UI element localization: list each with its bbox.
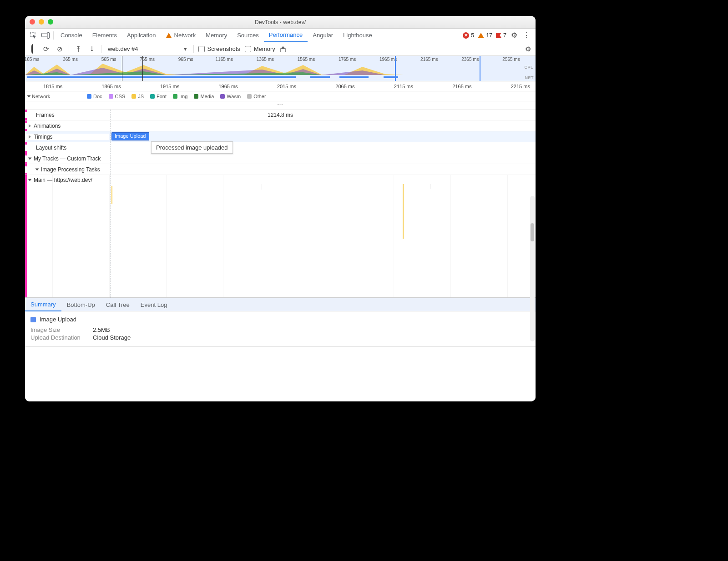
expand-icon[interactable] [29,124,31,128]
legend-item: Wasm [220,94,241,99]
upload-icon[interactable]: ⭱ [74,45,83,53]
reload-icon[interactable]: ⟳ [41,45,51,53]
main-thread-track[interactable]: Main — https://web.dev/ [25,175,536,298]
task-blip [430,184,430,189]
summary-panel: Image Upload Image Size 2.5MB Upload Des… [25,311,536,347]
empty-area [25,347,536,401]
memory-checkbox[interactable]: Memory [245,45,275,52]
layout-shifts-track[interactable]: Layout shifts [25,142,536,153]
animations-track[interactable]: Animations [25,120,536,131]
cpu-chart [25,62,517,75]
summary-title: Image Upload [30,316,530,323]
legend-item: Font [150,94,167,99]
window-maximize-icon[interactable] [48,19,53,25]
legend-item: Img [173,94,187,99]
detail-tab-call-tree[interactable]: Call Tree [101,298,135,311]
tooltip: Processed image uploaded [151,141,233,154]
net-label: NET [525,75,534,80]
record-button[interactable] [28,45,37,53]
chevron-down-icon: ▾ [184,45,187,52]
task-blip [111,186,112,204]
profile-select[interactable]: web.dev #4 ▾ [106,45,189,53]
clear-icon[interactable]: ⊘ [55,45,64,53]
frames-track[interactable]: Frames 1214.8 ms [25,110,536,120]
download-icon[interactable]: ⭳ [87,45,96,53]
detail-tabstrip: Summary Bottom-Up Call Tree Event Log [25,298,536,311]
collapsed-indicator[interactable]: ⋯ [25,101,536,110]
custom-track-sub[interactable]: Image Processing Tasks [25,164,536,175]
flamechart[interactable]: Frames 1214.8 ms Animations Timings Imag… [25,110,536,298]
collapse-icon[interactable] [28,157,32,160]
tab-lighthouse[interactable]: Lighthouse [338,29,377,42]
tab-memory[interactable]: Memory [201,29,232,42]
detail-tab-bottom-up[interactable]: Bottom-Up [61,298,101,311]
devtools-window: DevTools - web.dev/ Console Elements App… [25,16,536,401]
more-menu-icon[interactable]: ⋮ [520,31,533,40]
panel-tabstrip: Console Elements Application Network Mem… [25,29,536,42]
network-track-header[interactable]: Network DocCSSJSFontImgMediaWasmOther [25,91,536,101]
summary-row: Upload Destination Cloud Storage [30,334,530,341]
inspect-icon[interactable] [28,30,40,41]
tab-network[interactable]: Network [161,29,201,42]
summary-row: Image Size 2.5MB [30,326,530,333]
flags-badge[interactable]: 7 [496,32,506,39]
frame-duration: 1214.8 ms [268,112,293,118]
collect-garbage-icon[interactable] [280,46,289,52]
vertical-scrollbar[interactable] [530,196,535,341]
collapse-icon[interactable] [27,95,31,97]
status-badges: ✕5 17 7 [463,32,506,39]
timings-track[interactable]: Timings Image Upload Processed image upl… [25,131,536,142]
task-blip [262,184,262,190]
titlebar: DevTools - web.dev/ [25,16,536,29]
overview-marker [480,56,480,81]
screenshots-checkbox[interactable]: Screenshots [198,45,240,52]
scrollbar-thumb[interactable] [531,223,534,241]
errors-badge[interactable]: ✕5 [463,32,474,39]
perf-toolbar: ⟳ ⊘ ⭱ ⭳ web.dev #4 ▾ Screenshots Memory … [25,42,536,56]
legend-item: CSS [109,94,126,99]
window-close-icon[interactable] [30,19,35,25]
legend-item: Media [194,94,214,99]
overview-cursor [142,56,143,81]
expand-icon[interactable] [29,135,31,139]
detail-ruler[interactable]: 1815 ms1865 ms1915 ms1965 ms2015 ms2065 … [25,81,536,91]
cpu-overview[interactable]: 165 ms365 ms565 ms765 ms965 ms1165 ms136… [25,56,536,81]
warnings-badge[interactable]: 17 [478,32,492,39]
collapse-icon[interactable] [35,168,39,170]
task-blip [403,184,404,239]
window-minimize-icon[interactable] [39,19,44,25]
overview-cursor [122,56,122,81]
legend-item: Doc [87,94,102,99]
collapse-icon[interactable] [28,179,32,181]
net-overview-bars [27,76,515,78]
svg-rect-1 [42,33,47,37]
tab-elements[interactable]: Elements [87,29,122,42]
error-icon: ✕ [463,32,469,39]
cpu-label: CPU [524,65,534,70]
network-legend: DocCSSJSFontImgMediaWasmOther [87,94,266,99]
time-cursor [111,110,111,298]
device-toggle-icon[interactable] [40,30,51,41]
legend-item: JS [131,94,144,99]
tab-console[interactable]: Console [56,29,87,42]
color-swatch [30,317,36,322]
tab-sources[interactable]: Sources [232,29,264,42]
tab-application[interactable]: Application [122,29,161,42]
svg-rect-2 [47,32,50,38]
flag-icon [496,33,501,38]
timing-entry-image-upload[interactable]: Image Upload [111,132,149,140]
tab-performance[interactable]: Performance [264,29,308,42]
window-title: DevTools - web.dev/ [255,19,306,25]
overview-ticks: 165 ms365 ms565 ms765 ms965 ms1165 ms136… [25,57,536,62]
traffic-lights [30,19,53,25]
detail-tab-summary[interactable]: Summary [25,298,61,311]
custom-track[interactable]: My Tracks — Custom Track [25,153,536,164]
settings-gear-icon[interactable]: ⚙ [508,31,520,40]
warning-icon [478,33,484,38]
overview-marker [395,56,396,81]
legend-item: Other [247,94,266,99]
divider [53,31,54,40]
tab-angular[interactable]: Angular [308,29,338,42]
perf-settings-gear-icon[interactable]: ⚙ [525,45,531,53]
detail-tab-event-log[interactable]: Event Log [135,298,173,311]
